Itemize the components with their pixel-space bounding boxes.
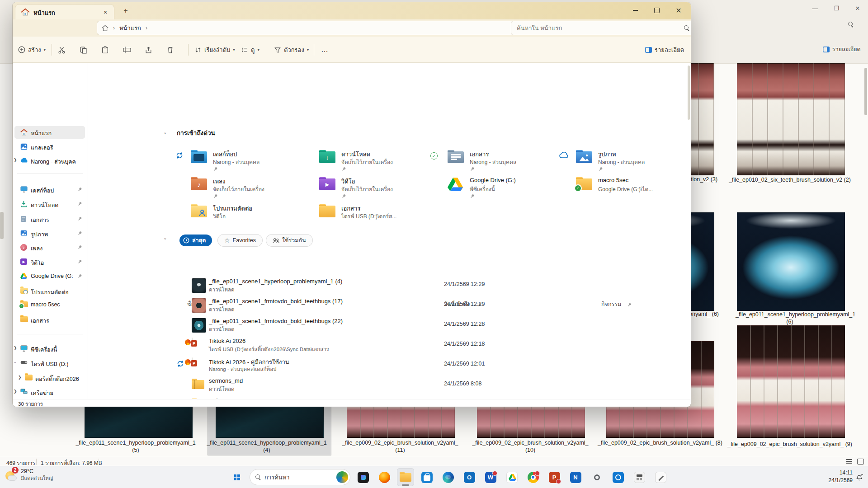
start-button[interactable] [228,468,245,486]
sidebar-item-documents-usb[interactable]: เอกสาร [14,314,85,326]
taskbar-app-notes[interactable]: N [567,468,584,486]
taskbar-app-file-explorer[interactable] [397,468,414,486]
minimize-button[interactable] [625,2,646,19]
sidebar-item-google-drive[interactable]: Google Drive (G: [14,270,85,283]
share-button[interactable] [145,43,152,56]
bg-scrollbar-thumb[interactable] [864,68,867,115]
sidebar-item-gallery[interactable]: แกลเลอรี [14,141,85,153]
bg-vertical-scrollbar[interactable] [864,68,867,453]
sort-button[interactable]: เรียงลำดับ▾ [194,43,235,56]
taskbar-app-media[interactable] [354,468,372,486]
chevron-right-icon[interactable]: ❯ [14,158,17,162]
taskbar-app-word[interactable]: W [482,468,499,486]
sidebar-item-this-pc[interactable]: ❯ พีซีเครื่องนี้ [14,343,85,355]
sidebar-item-home[interactable]: หน้าแรก [14,126,85,139]
new-tab-button[interactable]: + [120,6,131,17]
tab-close-icon[interactable]: ✕ [101,8,109,16]
section-collapse-chevron[interactable]: ⌄ [163,130,167,135]
filter-button[interactable]: ตัวกรอง▾ [274,43,309,56]
file-row-teethbugs-22[interactable]: _file_ep011_scene1_frmtovdo_bold_teethbu… [88,316,686,336]
sidebar-item-documents[interactable]: เอกสาร [14,213,85,225]
sidebar-item-pictures[interactable]: รูปภาพ [14,227,85,240]
tab-recent[interactable]: ล่าสุด [179,235,212,246]
tile-desktop[interactable]: เดสก์ท็อป Narong - ส่วนบุคคล [187,149,310,173]
chevron-right-icon[interactable]: ❯ [14,346,17,350]
sidebar-item-usb-subfolder[interactable]: ❯ ดอร์สติ๊กต๊อก2026 [14,372,85,385]
sidebar-item-onedrive[interactable]: ❯ Narong - ส่วนบุคคล [14,155,85,167]
view-button[interactable]: ดู▾ [241,43,259,56]
chevron-down-icon[interactable]: ⌄ [14,360,17,364]
taskbar-app-drive[interactable] [503,468,520,486]
sidebar-item-videos[interactable]: ▶ วิดีโอ [14,256,85,268]
taskbar-search[interactable]: การค้นหา [250,469,350,485]
taskbar-app-powerpoint[interactable]: P [546,468,563,486]
tile-music[interactable]: ♪ เพลง จัดเก็บไว้ภายในเครื่อง [187,176,310,200]
tile-documents-usb[interactable]: เอกสาร ไดรฟ์ USB (D:)\ดอร์ส... [316,203,439,227]
tile-google-drive[interactable]: Google Drive (G:) พีซีเครื่องนี้ [444,176,567,200]
tile-pictures[interactable]: รูปภาพ Narong - ส่วนบุคคล [572,149,691,173]
list-view-toggle[interactable] [846,459,852,464]
tab-shared[interactable]: ใช้ร่วมกัน [266,235,312,246]
tab-home[interactable]: หน้าแรก ✕ [15,5,114,19]
chevron-right-icon[interactable]: ❯ [14,389,17,394]
folder-icon [319,206,335,219]
weather-widget[interactable]: 2 29°C มีแดดส่วนใหญ่ [5,468,53,482]
do-not-disturb-bell-icon[interactable] [856,474,863,483]
sidebar-item-downloads[interactable]: ดาวน์โหลด [14,198,85,211]
taskbar-app-firefox[interactable] [376,468,393,486]
tile-documents[interactable]: เอกสาร Narong - ส่วนบุคคล [444,149,567,173]
taskbar-app-settings[interactable] [588,468,605,486]
taskbar-app-chrome[interactable] [524,468,542,486]
tile-downloads[interactable]: ↓ ดาวน์โหลด จัดเก็บไว้ภายในเครื่อง [316,149,439,173]
rename-button[interactable] [123,43,131,56]
taskbar-app-pen[interactable] [652,468,669,486]
bg-minimize-button[interactable]: — [806,3,824,14]
sidebar-item-music[interactable]: ♪ เพลง [14,241,85,254]
sidebar-item-macro-5sec[interactable]: ✓ macro 5sec [14,299,85,311]
bg-search-icon[interactable] [848,22,854,27]
breadcrumb-item-home[interactable]: หน้าแรก [119,23,141,33]
thumbnail-denture-9[interactable] [737,325,845,438]
tile-editor-folder[interactable]: โปรแกรมตัดต่อ วิดีโอ [187,203,310,227]
file-row-teethbugs-17[interactable]: _file_ep011_scene1_frmtovdo_bold_teethbu… [88,296,686,316]
thumbnail-view-toggle[interactable] [857,459,864,465]
file-row-hyperloop-4[interactable]: _file_ep011_scene1_hyperloop_problemyaml… [88,277,686,296]
maximize-button[interactable] [646,2,667,19]
thumbnail-hyperloop-xray[interactable] [737,212,845,311]
breadcrumb-field[interactable]: › หน้าแรก › [97,21,516,35]
sidebar-item-desktop[interactable]: เดสก์ท็อป [14,183,85,196]
close-button[interactable]: ✕ [668,2,689,19]
taskbar-app-outlook[interactable]: O [461,468,478,486]
chevron-right-icon[interactable]: ❯ [18,375,22,380]
paste-button[interactable] [101,43,109,56]
file-row-tiktok-manual[interactable]: P Tiktok Ai 2026 - คู่มือการใช้งาน Naron… [88,356,686,376]
sidebar-item-usb-drive[interactable]: ⌄ ไดรฟ์ USB (D:) [14,357,85,370]
tile-macro-5sec[interactable]: ✓ macro 5sec Google Drive (G:)\ได... [572,176,691,200]
file-row-sermons-md[interactable]: sermons_md ดาวน์โหลด 24/1/2569 8:08 [88,376,686,396]
tab-favorites[interactable]: ☆ Favorites [218,235,262,246]
more-options-button[interactable]: … [321,43,329,56]
cut-button[interactable] [58,43,66,56]
thumbnail-six-teeth-brush-solution[interactable] [737,63,845,175]
delete-button[interactable] [166,43,174,56]
taskbar-app-edge[interactable] [439,468,457,486]
taskbar-app-photos[interactable] [609,468,627,486]
sidebar-item-editor-folder[interactable]: โปรแกรมตัดต่อ [14,285,85,298]
copy-button[interactable] [80,43,87,56]
bg-maximize-button[interactable]: ❐ [827,3,845,14]
sidebar-item-network[interactable]: ❯ เครือข่าย [14,386,85,399]
scrollbar-thumb[interactable] [688,66,690,120]
new-button[interactable]: สร้าง▾ [18,43,46,56]
taskbar-app-calculator[interactable] [631,468,648,486]
search-input[interactable]: ค้นหาใน หน้าแรก [511,21,691,35]
bg-left-scrollbar-thumb[interactable] [0,212,4,239]
taskbar-app-store[interactable] [418,468,435,486]
section-collapse-chevron[interactable]: ⌄ [163,235,167,240]
taskbar-clock[interactable]: 14:11 24/1/2569 [829,469,853,484]
details-pane-toggle[interactable]: รายละเอียด [645,43,684,56]
tile-videos[interactable]: ▶ วิดีโอ จัดเก็บไว้ภายในเครื่อง [316,176,439,200]
bg-details-toggle[interactable]: รายละเอียด [823,45,861,54]
file-row-tiktok-ai[interactable]: P Tiktok Ai 2026 ไดรฟ์ USB (D:)\ดอร์สติ๊… [88,336,686,356]
bg-close-button[interactable]: ✕ [849,3,867,14]
search-icon[interactable] [684,25,689,31]
